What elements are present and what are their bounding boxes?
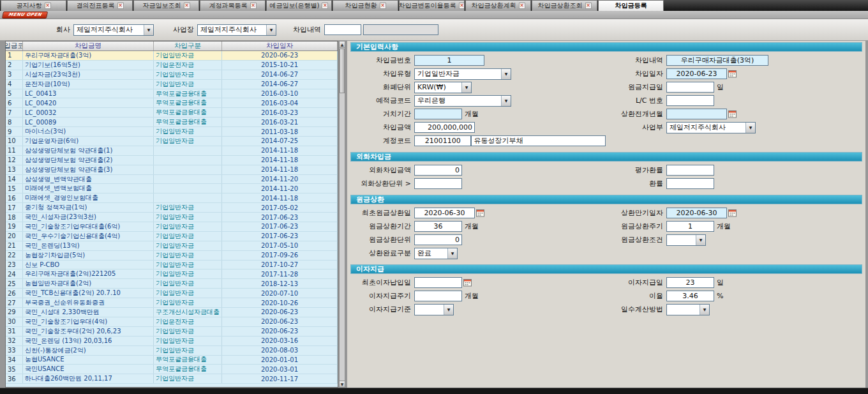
interest-cycle-field[interactable] — [414, 291, 462, 301]
scroll-down-icon[interactable]: ▼ — [340, 381, 345, 387]
loan-detail-input[interactable] — [324, 24, 361, 35]
table-row[interactable]: 17중기청 정책자금(1억)기업일반자금2017-05-02 — [6, 203, 338, 213]
table-row[interactable]: 20국민_우수기술기업신용대출(4억)기업일반자금2017-06-23 — [6, 232, 338, 241]
table-row[interactable]: 3시설자금(23억3천)기업일반자금2014-06-27 — [6, 70, 338, 80]
menu-open-button[interactable]: MENU OPEN — [2, 11, 48, 19]
table-row[interactable]: 21국민_온렌딩(13억)기업일반자금2017-05-10 — [6, 241, 338, 251]
close-icon[interactable]: × — [322, 3, 328, 9]
maturity-date-field[interactable]: 2020-06-30 — [666, 208, 727, 218]
loan-no-field[interactable]: 1 — [414, 55, 484, 66]
scrollbar-thumb[interactable] — [340, 49, 345, 93]
tab-5[interactable]: 예금일보(은행별)× — [266, 0, 332, 11]
close-icon[interactable]: × — [45, 3, 51, 9]
calendar-icon[interactable] — [728, 70, 737, 78]
loan-amount-field[interactable]: 200,000,000 — [414, 122, 475, 133]
table-row[interactable]: 36하나대출260백만원 20,11,17기업일반자금2020-11-17 — [6, 374, 338, 384]
day-count-method-select[interactable]: ▼ — [666, 304, 710, 315]
table-row[interactable]: 4운전자금(10억)기업일반자금2014-06-27 — [6, 80, 338, 89]
table-row[interactable]: 12삼성생명단체보험 약관대출(2)2014-11-18 — [6, 156, 338, 165]
repay-condition-select[interactable]: ▼ — [666, 234, 706, 246]
account-name-field[interactable]: 유동성장기부채 — [471, 135, 606, 146]
close-icon[interactable]: × — [459, 3, 465, 9]
calendar-icon[interactable] — [476, 209, 484, 217]
table-row[interactable]: 2기업기보(16억5천)기업운전자금2015-10-21 — [6, 61, 338, 70]
column-header-4[interactable]: 차입일자 — [222, 42, 338, 50]
table-row[interactable]: 5LC_00413무역포괄금융대출2016-03-10 — [6, 89, 338, 99]
table-row[interactable]: 9마이너스(3억)기업일반자금2011-03-18 — [6, 127, 338, 137]
table-row[interactable]: 34농협USANCE무역포괄금융대출2020-01-01 — [6, 356, 338, 365]
close-icon[interactable]: × — [519, 3, 525, 9]
table-row[interactable]: 27부국증권_선순위유동화증권기업일반자금2020-10-26 — [6, 298, 338, 308]
table-row[interactable]: 25농협일반자금대출(2억)기업일반자금2018-12-13 — [6, 279, 338, 289]
grace-period-field[interactable] — [414, 109, 462, 119]
interest-rate-field[interactable]: 3.46 — [666, 291, 714, 301]
loan-date-field[interactable]: 2020-06-23 — [666, 68, 727, 79]
table-scrollbar[interactable]: ▲ ▼ — [339, 41, 345, 388]
tab-9[interactable]: 차입금상환조회× — [532, 0, 597, 11]
table-row[interactable]: 7LC_00032무역포괄금융대출2016-03-23 — [6, 108, 338, 117]
lc-no-field[interactable] — [666, 95, 714, 106]
currency-select[interactable]: KRW(₩) ▼ — [414, 82, 472, 93]
tab-2[interactable]: 결의전표등록× — [67, 0, 133, 11]
table-row[interactable]: 14삼성생명_변액약관대출2014-11-20 — [6, 175, 338, 185]
calendar-icon[interactable] — [463, 278, 472, 287]
division-select[interactable]: 제일저지주식회사 ▼ — [666, 122, 756, 133]
close-icon[interactable]: × — [585, 3, 592, 9]
table-row[interactable]: 6LC_00420무역포괄금융대출2016-03-04 — [6, 98, 338, 108]
loan-name-field[interactable]: 우리구매자금대출(3억) — [666, 55, 768, 66]
repay-start-ym-field[interactable] — [666, 109, 727, 119]
table-row[interactable]: 16미래에셋_경영인보험대출2014-11-18 — [6, 193, 338, 203]
tab-10[interactable]: 차입금등록 — [598, 0, 664, 11]
loan-detail-input-2[interactable] — [363, 24, 438, 35]
table-row[interactable]: 26국민_TCB신용대출(2억) 20.7.10기업일반자금2020-07-10 — [6, 289, 338, 298]
eval-rate-field[interactable] — [666, 165, 714, 176]
table-row[interactable]: 30국민_기술창조기업우대(4억)기업운전자금2020-06-23 — [6, 317, 338, 327]
column-header-1[interactable]: 차입금코드 — [6, 42, 23, 50]
worksite-select[interactable]: 제일저지주식회사 ▼ — [197, 24, 276, 36]
calendar-icon[interactable] — [728, 110, 737, 118]
close-icon[interactable]: × — [250, 3, 257, 9]
tab-7[interactable]: 차입금변동이율등록× — [399, 0, 465, 11]
tab-3[interactable]: 자금일보조회× — [133, 0, 199, 11]
interest-day-field[interactable]: 23 — [666, 277, 714, 288]
repay-period-field[interactable]: 36 — [414, 221, 462, 232]
principal-pay-day-field[interactable] — [666, 82, 714, 93]
calendar-icon[interactable] — [728, 209, 737, 217]
table-row[interactable]: 13삼성생명단체보험 약관대출(3)2014-11-18 — [6, 165, 338, 175]
close-icon[interactable]: × — [380, 3, 386, 9]
scroll-up-icon[interactable]: ▲ — [340, 42, 345, 48]
table-row[interactable]: 32국민_온렌딩 (13억) 20,03,16기업일반자금2020-03-16 — [6, 337, 338, 346]
company-select[interactable]: 제일저지주식회사 ▼ — [73, 24, 154, 36]
table-row[interactable]: 19국민_기술창조기업우대대출(6억)기업일반자금2017-06-23 — [6, 222, 338, 232]
table-row[interactable]: 8LC_00089무역포괄금융대출2016-03-21 — [6, 117, 338, 127]
table-row[interactable]: 22농협장기차입금(5억)기업일반자금2017-09-26 — [6, 251, 338, 261]
table-row[interactable]: 24우리구매자금대출(2억)221205기업일반자금2017-11-28 — [6, 269, 338, 279]
table-row[interactable]: 15미래에셋_변액보험대출2014-11-20 — [6, 184, 338, 193]
fx-amount-field[interactable]: 0 — [414, 165, 462, 176]
table-row[interactable]: 1우리구매자금대출(3억)기업일반자금2020-06-23 — [6, 51, 338, 61]
fx-repay-unit-field[interactable] — [414, 178, 462, 189]
close-icon[interactable]: × — [117, 3, 124, 9]
first-repay-date-field[interactable]: 2020-06-30 — [414, 208, 475, 218]
table-row[interactable]: 29국민_시설대 2,330백만원구조개선시설자금대출2020-06-23 — [6, 308, 338, 317]
tab-6[interactable]: 차입금현황× — [333, 0, 398, 11]
interest-basis-select[interactable]: ▼ — [414, 304, 454, 315]
tab-4[interactable]: 계정과목등록× — [200, 0, 266, 11]
table-row[interactable]: 18국민_시설자금(23억3천)기업일반자금2017-06-23 — [6, 213, 338, 222]
repay-unit-field[interactable]: 0 — [414, 234, 462, 245]
repay-complete-select[interactable]: 완료 ▼ — [414, 248, 458, 259]
table-row[interactable]: 10기업운영자금(6억)기업일반자금2014-07-25 — [6, 137, 338, 146]
table-row[interactable]: 31국민_기술창조우대(2억) 20,6,23기업일반자금2020-06-23 — [6, 327, 338, 337]
tab-1[interactable]: 공지사항× — [1, 0, 66, 11]
close-icon[interactable]: × — [184, 3, 190, 9]
column-header-3[interactable]: 차입구분 — [154, 42, 222, 50]
table-row[interactable]: 33신한(-)통장예금(2억)기업일반자금2020-08-03 — [6, 346, 338, 356]
repay-cycle-field[interactable]: 1 — [666, 221, 714, 232]
table-row[interactable]: 11삼성생명단체보험 약관대출(1)2014-11-18 — [6, 146, 338, 156]
loan-type-select[interactable]: 기업일반자금 ▼ — [414, 68, 511, 80]
deposit-code-select[interactable]: 우리은행 ▼ — [414, 95, 511, 107]
exchange-rate-field[interactable] — [666, 178, 714, 189]
column-header-2[interactable]: 차입금명 — [23, 42, 154, 50]
table-row[interactable]: 23신보 P-CBO기업일반자금2017-10-27 — [6, 261, 338, 270]
first-interest-date-field[interactable] — [414, 277, 462, 288]
